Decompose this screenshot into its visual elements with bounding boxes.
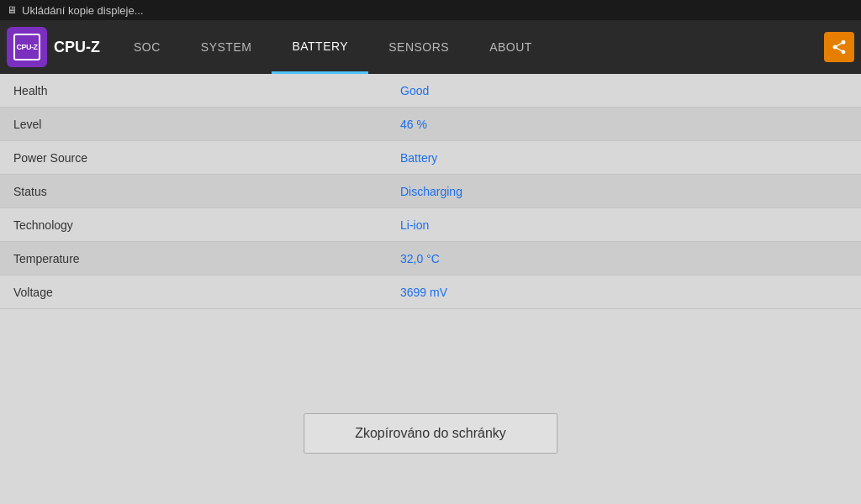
row-value: 46 %	[387, 109, 861, 139]
row-label: Voltage	[0, 277, 387, 307]
table-row: Temperature 32,0 °C	[0, 242, 861, 276]
tab-battery[interactable]: BATTERY	[272, 20, 368, 74]
row-value: Good	[387, 76, 861, 106]
row-label: Technology	[0, 210, 387, 240]
row-value: 3699 mV	[387, 277, 861, 307]
table-row: Status Discharging	[0, 175, 861, 208]
row-label: Level	[0, 109, 387, 139]
title-bar-text: Ukládání kopie displeje...	[22, 4, 144, 17]
row-value: Discharging	[387, 176, 861, 207]
row-value: 32,0 °C	[387, 244, 861, 274]
table-row: Technology Li-ion	[0, 208, 861, 242]
row-label: Status	[0, 176, 387, 207]
row-label: Health	[0, 76, 387, 106]
tab-about[interactable]: ABOUT	[469, 20, 552, 74]
table-row: Level 46 %	[0, 108, 861, 141]
content-area: Health Good Level 46 % Power Source Batt…	[0, 74, 861, 504]
row-value: Battery	[387, 143, 861, 173]
row-label: Power Source	[0, 143, 387, 173]
nav-tabs: SOC SYSTEM BATTERY SENSORS ABOUT	[114, 20, 824, 74]
table-row: Power Source Battery	[0, 141, 861, 175]
row-label: Temperature	[0, 244, 387, 274]
title-bar: 🖥 Ukládání kopie displeje...	[0, 0, 861, 20]
clipboard-button[interactable]: Zkopírováno do schránky	[304, 413, 557, 454]
title-bar-icon: 🖥	[7, 4, 17, 16]
app-logo-inner: CPU-Z	[13, 34, 40, 60]
row-value: Li-ion	[387, 210, 861, 240]
app-logo: CPU-Z	[7, 27, 47, 67]
app-name: CPU-Z	[54, 39, 100, 56]
tab-sensors[interactable]: SENSORS	[368, 20, 469, 74]
share-icon	[831, 39, 848, 55]
nav-bar: CPU-Z CPU-Z SOC SYSTEM BATTERY SENSORS A…	[0, 20, 861, 74]
share-button[interactable]	[824, 32, 854, 62]
battery-table: Health Good Level 46 % Power Source Batt…	[0, 74, 861, 309]
table-row: Health Good	[0, 74, 861, 108]
tab-soc[interactable]: SOC	[114, 20, 181, 74]
tab-system[interactable]: SYSTEM	[181, 20, 272, 74]
table-row: Voltage 3699 mV	[0, 276, 861, 309]
